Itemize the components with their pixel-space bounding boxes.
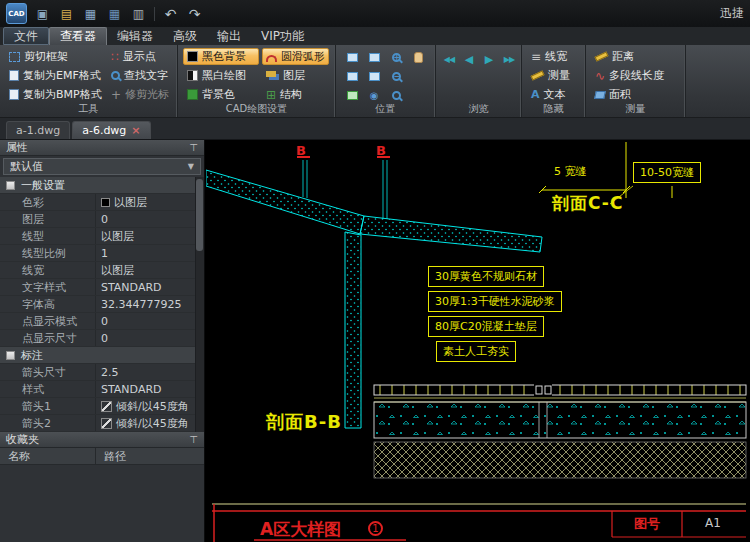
hide-linewidth-button[interactable]: ≡线宽	[527, 48, 581, 65]
group-label-hide: 隐藏	[522, 102, 585, 116]
prop-row-linetype[interactable]: 线型以图层	[0, 228, 204, 245]
tab-advanced[interactable]: 高级	[163, 27, 207, 45]
hide-text-button[interactable]: A文本	[527, 86, 581, 103]
new-file-icon[interactable]: ▣	[34, 5, 51, 22]
pin-icon[interactable]: ⊤	[189, 434, 198, 445]
group-label-position: 位置	[336, 102, 435, 116]
properties-scrollbar[interactable]	[195, 177, 204, 432]
zoom-in-button[interactable]	[386, 49, 406, 66]
drawing-canvas[interactable]: B B 5 宽缝 10-50宽缝 剖面C-C 30厚黄色不规则石材 30厚1:3…	[206, 140, 750, 542]
print-icon[interactable]: ▥	[130, 5, 147, 22]
collapse-icon[interactable]	[6, 351, 15, 360]
doc-tab-a6[interactable]: a-6.dwg×	[72, 121, 150, 139]
tab-viewer[interactable]: 查看器	[49, 27, 107, 45]
pin-icon[interactable]: ⊤	[189, 142, 198, 153]
next-page-button[interactable]: ▶	[481, 50, 497, 68]
tab-output[interactable]: 输出	[207, 27, 251, 45]
prop-row-arrow1[interactable]: 箭头1倾斜/以45度角	[0, 398, 204, 415]
tab-file[interactable]: 文件	[3, 27, 49, 45]
structure-button[interactable]: ⊞结构	[262, 86, 329, 103]
prop-row-arrow2[interactable]: 箭头2倾斜/以45度角	[0, 415, 204, 432]
prop-row-lineweight[interactable]: 线宽以图层	[0, 262, 204, 279]
measure-area-button[interactable]: 面积	[591, 86, 681, 103]
zoom-window-button[interactable]	[342, 49, 362, 66]
measure-polyline-button[interactable]: ∿多段线长度	[591, 67, 681, 84]
hide-measure-button[interactable]: 测量	[527, 67, 581, 84]
clip-frame-icon	[9, 52, 20, 62]
left-panel: 属性 ⊤ 默认值 ▼ 一般设置 色彩以图层 图层0 线型以图层 线型比例1 线宽…	[0, 140, 205, 542]
open-file-icon[interactable]: ▤	[58, 5, 75, 22]
zoom-previous-button[interactable]	[342, 68, 362, 85]
zoom-all-button[interactable]	[364, 68, 384, 85]
prop-row-layer[interactable]: 图层0	[0, 211, 204, 228]
first-page-icon: ◀◀	[444, 55, 454, 64]
ruler-icon	[531, 70, 545, 80]
distance-ruler-icon	[595, 51, 609, 61]
section-marker-b2: B	[376, 143, 386, 158]
favorites-title: 收藏夹	[6, 432, 39, 447]
prop-row-dim-style[interactable]: 样式STANDARD	[0, 381, 204, 398]
prop-row-linetype-scale[interactable]: 线型比例1	[0, 245, 204, 262]
copy-bmp-button[interactable]: 复制为BMP格式	[5, 86, 104, 103]
background-color-icon	[187, 89, 198, 100]
doc-tab-a1[interactable]: a-1.dwg	[6, 121, 70, 139]
eye-icon: ◉	[370, 91, 379, 101]
sheet-title: A区大样图	[260, 518, 341, 541]
first-page-button[interactable]: ◀◀	[441, 50, 457, 68]
collapse-icon[interactable]	[6, 181, 15, 190]
color-swatch	[101, 198, 110, 207]
prop-row-point-mode[interactable]: 点显示模式0	[0, 313, 204, 330]
black-background-button[interactable]: 黑色背景	[183, 48, 259, 65]
save-icon[interactable]: ▦	[82, 5, 99, 22]
app-window: CAD ▣ ▤ ▦ ▦ ▥ ↶ ↷ 迅捷 文件 查看器 编辑器 高级 输出 VI…	[0, 0, 750, 542]
prop-row-color[interactable]: 色彩以图层	[0, 194, 204, 211]
fit-view-icon	[347, 91, 358, 100]
layers-icon	[266, 71, 276, 77]
clip-frame-button[interactable]: 剪切框架	[5, 48, 104, 65]
favorites-col-name[interactable]: 名称	[0, 448, 96, 464]
prop-row-arrow-size[interactable]: 箭头尺寸2.5	[0, 364, 204, 381]
save-as-icon[interactable]: ▦	[106, 5, 123, 22]
ribbon-filler	[686, 45, 750, 117]
prop-row-textstyle[interactable]: 文字样式STANDARD	[0, 279, 204, 296]
structure-tree-icon: ⊞	[266, 89, 276, 101]
find-text-button[interactable]: 查找文字	[107, 67, 173, 84]
zoom-extents-button[interactable]	[364, 49, 384, 66]
ribbon: 剪切框架 复制为EMF格式 复制为BMP格式 ∷显示点 查找文字 +修剪光标 工…	[0, 45, 750, 118]
prop-row-point-size[interactable]: 点显示尺寸0	[0, 330, 204, 347]
scrollbar-thumb[interactable]	[196, 179, 203, 251]
redo-icon[interactable]: ↷	[186, 5, 203, 22]
preset-value: 默认值	[10, 159, 43, 174]
copy-emf-button[interactable]: 复制为EMF格式	[5, 67, 104, 84]
bw-drawing-button[interactable]: 黑白绘图	[183, 67, 259, 84]
close-tab-icon[interactable]: ×	[131, 124, 140, 137]
zoom-out-button[interactable]	[386, 68, 406, 85]
last-page-button[interactable]: ▶▶	[501, 50, 517, 68]
pan-button[interactable]	[408, 49, 428, 66]
section-dimension[interactable]: 标注	[0, 347, 204, 364]
trim-cursor-button[interactable]: +修剪光标	[107, 86, 173, 103]
window-title: 迅捷	[720, 5, 744, 22]
background-color-button[interactable]: 背景色	[183, 86, 259, 103]
smooth-arc-button[interactable]: 圆滑弧形	[262, 48, 329, 65]
preset-dropdown[interactable]: 默认值 ▼	[3, 158, 201, 175]
document-tab-bar: a-1.dwg a-6.dwg×	[0, 118, 750, 140]
prop-row-fontheight[interactable]: 字体高32.344777925	[0, 296, 204, 313]
favorites-list-empty[interactable]	[0, 465, 204, 542]
tab-editor[interactable]: 编辑器	[107, 27, 163, 45]
sheet-no-value: A1	[682, 516, 744, 530]
trim-cursor-icon: +	[111, 89, 121, 101]
layers-button[interactable]: 图层	[262, 67, 329, 84]
zoom-scale-icon	[392, 91, 401, 100]
favorites-col-path[interactable]: 路径	[96, 448, 204, 464]
previous-page-button[interactable]: ◀	[461, 50, 477, 68]
black-white-icon	[187, 70, 198, 81]
tab-vip[interactable]: VIP功能	[251, 27, 314, 45]
undo-icon[interactable]: ↶	[162, 5, 179, 22]
measure-distance-button[interactable]: 距离	[591, 48, 681, 65]
group-label-cad-settings: CAD绘图设置	[178, 102, 335, 116]
ribbon-group-position: ◉ 位置	[336, 45, 436, 117]
section-general[interactable]: 一般设置	[0, 177, 204, 194]
show-points-button[interactable]: ∷显示点	[107, 48, 173, 65]
favorites-panel-header: 收藏夹 ⊤	[0, 432, 204, 448]
